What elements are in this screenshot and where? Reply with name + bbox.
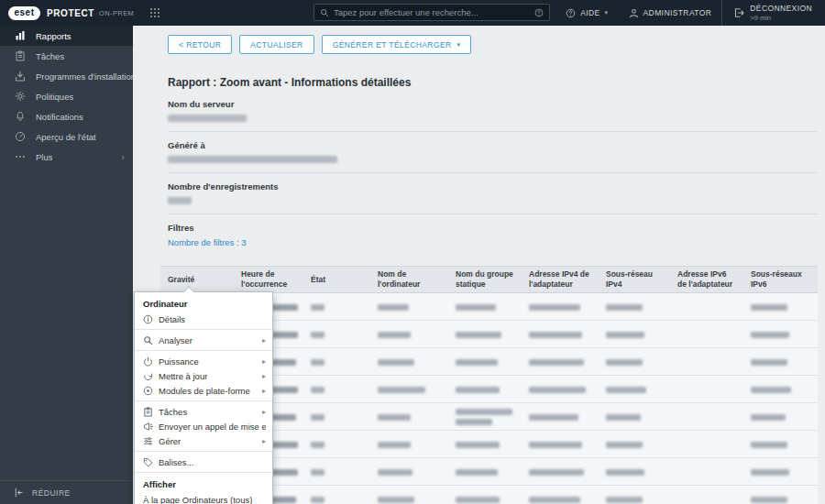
col-ipv4-adaptateur[interactable]: Adresse IPv4 de l'adaptateur: [522, 267, 599, 293]
table-cell: [522, 348, 599, 376]
sidebar-collapse-button[interactable]: RÉDUIRE: [0, 480, 133, 504]
field-record-count: Nombre d'enregistrements: [168, 173, 818, 214]
table-cell: [599, 431, 670, 458]
context-menu-header: Ordinateur: [135, 295, 272, 312]
table-cell: [303, 321, 370, 348]
sidebar-item-detections[interactable]: DÉTECTIONS: [133, 51, 147, 79]
table-cell: [303, 431, 370, 458]
table-cell: [670, 321, 743, 348]
search-input[interactable]: [334, 7, 530, 17]
field-value-redacted: [168, 197, 818, 204]
menu-item-tasks[interactable]: Tâches ▸: [135, 404, 272, 419]
sidebar-item-label: Tâches: [36, 51, 64, 61]
col-sous-reseaux-ipv6[interactable]: Sous-réseaux IPv6: [743, 267, 818, 293]
table-cell: [743, 486, 818, 504]
app-grid-icon[interactable]: [149, 7, 160, 18]
table-cell: [522, 431, 599, 458]
user-menu[interactable]: ADMINISTRATOR: [619, 0, 722, 26]
menu-item-wake-up-call[interactable]: Envoyer un appel de mise en éveil: [135, 419, 272, 433]
app-root: eset PROTECT ON-PREM LIENS RAPIDES ▾ AID…: [0, 0, 825, 504]
table-cell: [599, 376, 670, 403]
sidebar-item-reports[interactable]: Rapports: [0, 26, 133, 46]
table-cell: [448, 293, 522, 321]
field-label: Nom du serveur: [168, 99, 818, 109]
installer-icon: [14, 70, 27, 82]
sidebar-item-more[interactable]: Plus ›: [0, 147, 133, 167]
menu-item-label: Analyser: [159, 335, 192, 345]
menu-item-tags[interactable]: Balises...: [135, 455, 272, 469]
menu-item-power[interactable]: Puissance ▸: [135, 354, 272, 368]
col-etat[interactable]: État: [303, 267, 370, 293]
modules-icon: [143, 386, 153, 396]
table-cell: [599, 348, 670, 376]
refresh-button-label: ACTUALISER: [250, 40, 302, 49]
menu-item-update[interactable]: Mettre à jour ▸: [135, 368, 272, 383]
table-cell: [448, 321, 522, 348]
menu-item-scan[interactable]: Analyser ▸: [135, 333, 272, 347]
menu-separator: [135, 472, 272, 473]
wake-call-icon: [143, 422, 153, 432]
toolbar: < RETOUR ACTUALISER GÉNÉRER ET TÉLÉCHARG…: [133, 26, 825, 54]
table-cell: [370, 348, 448, 376]
table-cell: [743, 431, 818, 458]
tasks-icon: [14, 49, 27, 62]
menu-item-label: Tâches: [159, 407, 187, 417]
field-server-name: Nom du serveur: [168, 91, 818, 132]
col-ipv6-adaptateur[interactable]: Adresse IPv6 de l'adaptateur: [670, 267, 743, 293]
policies-icon: [14, 90, 27, 103]
reports-icon: [14, 29, 27, 42]
logout-button[interactable]: DÉCONNEXION >9 min: [721, 0, 816, 26]
col-nom-ordinateur[interactable]: Nom de l'ordinateur: [370, 267, 448, 293]
table-cell: [599, 458, 670, 486]
table-cell: [303, 376, 370, 403]
sidebar-item-status-overview[interactable]: Aperçu de l'état: [0, 126, 133, 147]
table-cell: [743, 403, 818, 431]
generate-download-button[interactable]: GÉNÉRER ET TÉLÉCHARGER▾: [322, 35, 472, 54]
menu-item-manage[interactable]: Gérer ▸: [135, 433, 272, 448]
menu-item-details[interactable]: Détails: [135, 312, 272, 326]
user-icon: [629, 8, 639, 18]
chevron-right-icon: ›: [121, 152, 133, 162]
col-gravite[interactable]: Gravité: [160, 267, 234, 293]
global-search: [314, 4, 550, 21]
sidebar-item-installers[interactable]: Programmes d'installation: [0, 66, 133, 86]
search-help-icon[interactable]: [534, 8, 544, 17]
collapse-icon: [14, 488, 24, 498]
col-groupe-statique[interactable]: Nom du groupe statique: [448, 267, 522, 293]
filters-count-link[interactable]: Nombre de filtres : 3: [168, 237, 247, 247]
menu-item-platform-modules[interactable]: Modules de plate-forme ▸: [135, 383, 272, 398]
menu-item-label: Balises...: [159, 457, 194, 467]
submenu-arrow-icon: ▸: [258, 336, 266, 345]
brand: eset PROTECT ON-PREM: [0, 6, 160, 20]
context-menu: Ordinateur Détails Analyser ▸ Puissance …: [134, 291, 273, 504]
back-button[interactable]: < RETOUR: [168, 35, 232, 54]
sidebar-item-tasks[interactable]: Tâches: [0, 46, 133, 66]
table-cell: [370, 293, 448, 321]
topbar: eset PROTECT ON-PREM LIENS RAPIDES ▾ AID…: [0, 0, 825, 26]
table-cell: [670, 348, 743, 376]
table-cell: [743, 321, 818, 348]
table-cell: [303, 348, 370, 376]
menu-item-label: Envoyer un appel de mise en éveil: [159, 422, 266, 432]
col-sous-reseau-ipv4[interactable]: Sous-réseau IPv4: [599, 267, 670, 293]
table-cell: [522, 403, 599, 431]
sidebar-item-policies[interactable]: Politiques: [0, 86, 133, 106]
table-cell: [303, 293, 370, 321]
menu-item-computers-page[interactable]: À la page Ordinateurs (tous): [135, 492, 272, 504]
search-icon: [143, 335, 153, 345]
sidebar-item-notifications[interactable]: Notifications: [0, 106, 133, 126]
bell-icon: [14, 110, 27, 123]
col-heure-occurrence[interactable]: Heure de l'occurrence: [234, 267, 303, 293]
logout-text: DÉCONNEXION >9 min: [750, 4, 812, 21]
caret-down-icon: ▾: [605, 9, 609, 16]
page-title: Rapport : Zoom avant - Informations déta…: [168, 76, 818, 89]
help-label: AIDE: [580, 8, 600, 17]
info-icon: [143, 314, 153, 324]
tag-icon: [143, 457, 153, 467]
table-cell: [670, 293, 743, 321]
sidebar-item-label: Rapports: [36, 31, 72, 41]
help-menu[interactable]: AIDE ▾: [556, 0, 618, 26]
refresh-button[interactable]: ACTUALISER: [239, 35, 314, 54]
filters-label: Filtres: [168, 223, 818, 233]
table-cell: [743, 348, 818, 376]
